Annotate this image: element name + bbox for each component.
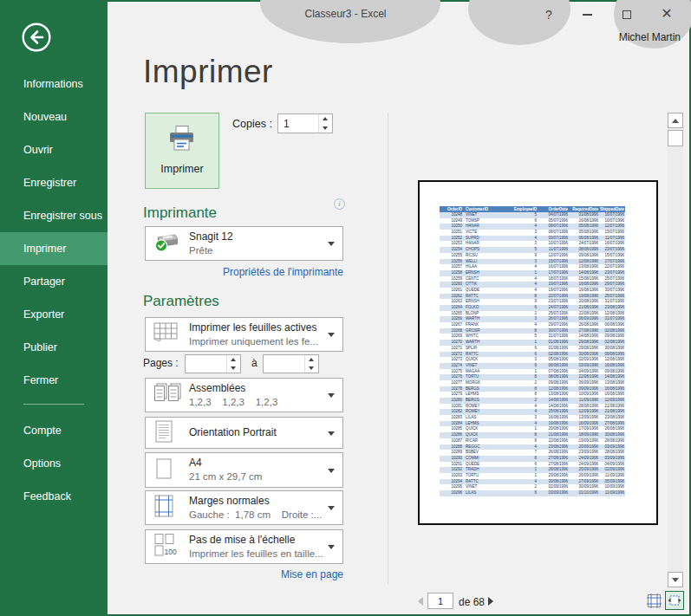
pages-to-input[interactable]: [264, 355, 304, 373]
preview-table-row: 10272RATTC602/08/199630/08/199606/08/199…: [440, 352, 625, 358]
printer-status-icon: [153, 230, 180, 256]
sidebar-divider: [23, 404, 84, 405]
orientation-select[interactable]: Orientation Portrait: [145, 417, 343, 449]
scroll-down-button[interactable]: [668, 572, 683, 587]
sidebar-item-fermer[interactable]: Fermer: [0, 364, 108, 397]
sidebar-item-nouveau[interactable]: Nouveau: [0, 101, 108, 133]
preview-table-row: 10270WARTH101/08/199629/08/199602/08/199…: [440, 340, 625, 346]
pages-from-input[interactable]: [186, 355, 226, 373]
sidebar-item-imprimer[interactable]: Imprimer: [0, 232, 108, 265]
preview-table-row: 10252SUPRD409/07/199606/08/199611/07/199…: [440, 236, 625, 242]
preview-table-row: 10260OTTIK419/07/199616/08/199629/07/199…: [440, 282, 625, 288]
copies-up-button[interactable]: [318, 114, 332, 124]
pages-to-down-button[interactable]: [304, 364, 318, 373]
user-name: Michel Martin: [619, 31, 681, 43]
preview-table-row: 10269WHITC531/07/199614/08/199609/08/199…: [440, 334, 625, 340]
maximize-button[interactable]: [617, 6, 636, 23]
preview-table-row: 10267FRANK429/07/199626/08/199606/08/199…: [440, 322, 625, 328]
minimize-button[interactable]: [577, 6, 596, 23]
sidebar-item-feedback[interactable]: Feedback: [0, 480, 108, 513]
copies-stepper[interactable]: [277, 113, 333, 133]
preview-table-row: 10263ERNSH923/07/199620/08/199631/07/199…: [440, 299, 625, 305]
preview-column-header: CustomerID: [464, 206, 510, 212]
scaling-title: Pas de mise à l'échelle: [189, 534, 295, 546]
preview-table-row: 10277MORGK209/08/199606/09/199613/08/199…: [440, 380, 625, 386]
back-arrow-icon: [21, 22, 52, 53]
page-number-input[interactable]: [427, 593, 453, 609]
collation-select[interactable]: Assemblées 1,2,3 1,2,3 1,2,3: [145, 378, 343, 412]
margins-select[interactable]: Marges normales Gauche : 1,78 cm Droite …: [145, 490, 343, 525]
pages-to-stepper[interactable]: [263, 354, 319, 373]
preview-scrollbar-track[interactable]: [668, 113, 683, 587]
preview-table-row: 10290COMMI827/08/199624/09/199603/09/199…: [440, 456, 625, 462]
chevron-down-icon: [328, 242, 335, 246]
margins-icon: [153, 494, 175, 522]
page-setup-link[interactable]: Mise en page: [143, 568, 343, 580]
paper-size-icon: [153, 457, 175, 484]
sidebar-item-enregistrer[interactable]: Enregistrer: [0, 166, 108, 199]
show-margins-toggle[interactable]: [646, 593, 662, 609]
preview-table-row: 10251VICTE308/07/199605/08/199615/07/199…: [440, 230, 625, 236]
preview-table-row: 10276TORTU808/08/199622/08/199614/08/199…: [440, 374, 625, 380]
close-button[interactable]: ✕: [657, 5, 676, 23]
next-page-button[interactable]: [488, 597, 493, 606]
sidebar-item-enregistrer-sous[interactable]: Enregistrer sous: [0, 199, 108, 232]
pages-to-up-button[interactable]: [304, 355, 318, 364]
page-title: Imprimer: [143, 54, 273, 90]
sidebar-item-informations[interactable]: Informations: [0, 68, 108, 101]
collated-copies-icon: [153, 382, 182, 408]
preview-table-row: 10291QUEDE627/08/199624/09/199604/09/199…: [440, 462, 625, 468]
info-icon[interactable]: i: [334, 198, 345, 210]
arrow-down-icon: [672, 578, 679, 582]
pages-from-up-button[interactable]: [226, 355, 240, 364]
pages-from-stepper[interactable]: [185, 354, 241, 373]
preview-column-header: ShippedDate: [599, 206, 625, 212]
printer-status: Prête: [189, 245, 213, 256]
print-what-select[interactable]: Imprimer les feuilles actives Imprimer u…: [145, 317, 343, 352]
printer-name: Snagit 12: [189, 230, 233, 243]
sidebar-item-partager[interactable]: Partager: [0, 265, 108, 298]
sidebar-item-publier[interactable]: Publier: [0, 331, 108, 364]
sidebar-item-options[interactable]: Options: [0, 447, 108, 480]
chevron-down-icon: [328, 393, 335, 398]
preview-column-header: EmployeeID: [510, 206, 541, 212]
back-button[interactable]: [21, 22, 52, 53]
scrollbar-thumb[interactable]: [668, 130, 683, 146]
copies-down-button[interactable]: [318, 124, 332, 133]
print-button[interactable]: Imprimer: [145, 113, 219, 189]
minimize-icon: [583, 14, 592, 16]
preview-table-row: 10285QUICK120/08/199617/09/199626/08/199…: [440, 426, 625, 432]
preview-table-row: 10292TRADH128/08/199625/09/199602/09/199…: [440, 467, 625, 473]
sidebar-item-compte[interactable]: Compte: [0, 414, 108, 447]
close-icon: ✕: [661, 6, 672, 21]
scaling-select[interactable]: 100 Pas de mise à l'échelle Imprimer les…: [145, 529, 343, 564]
copies-input[interactable]: [278, 114, 318, 133]
preview-table-row: 10274VINET606/08/199603/09/199616/08/199…: [440, 363, 625, 369]
printer-select[interactable]: Snagit 12 Prête: [145, 226, 343, 261]
sidebar-item-exporter[interactable]: Exporter: [0, 298, 108, 331]
scroll-up-button[interactable]: [668, 113, 683, 128]
preview-table-row: 10248VINET504/07/199601/08/199616/07/199…: [440, 212, 625, 218]
copies-label: Copies :: [232, 118, 272, 130]
preview-table-row: 10273QUICK305/08/199602/09/199612/08/199…: [440, 357, 625, 363]
print-button-label: Imprimer: [146, 163, 218, 175]
printer-properties-link[interactable]: Propriétés de l'imprimante: [143, 266, 343, 278]
zoom-to-page-toggle[interactable]: [665, 591, 684, 610]
preview-table-header: OrderIDCustomerIDEmployeeIDOrderDateRequ…: [440, 206, 625, 212]
preview-column-header: OrderDate: [541, 206, 569, 212]
excel-backstage-window: Classeur3 - Excel ? ✕ Michel Martin Info…: [0, 0, 691, 616]
preview-table-row: 10294RATTC430/08/199627/09/199605/09/199…: [440, 479, 625, 485]
preview-table-row: 10264FOLKO624/07/199621/08/199623/08/199…: [440, 305, 625, 311]
help-button[interactable]: ?: [539, 6, 558, 23]
sidebar-item-ouvrir[interactable]: Ouvrir: [0, 133, 108, 166]
previous-page-button[interactable]: [418, 597, 423, 606]
paper-size-select[interactable]: A4 21 cm x 29,7 cm: [145, 452, 343, 488]
copies-stepper-buttons: [318, 114, 332, 133]
pages-from-down-button[interactable]: [226, 364, 240, 373]
preview-table-row: 10271SPLIR601/08/199629/08/199630/08/199…: [440, 346, 625, 352]
preview-table-row: 10261QUEDE419/07/199616/08/199630/07/199…: [440, 288, 625, 294]
chevron-down-icon: [328, 506, 335, 510]
preview-table-row: 10282ROMEY415/08/199612/09/199621/08/199…: [440, 409, 625, 415]
preview-table-row: 10257HILAA416/07/199613/08/199622/07/199…: [440, 264, 625, 270]
chevron-down-icon: [328, 545, 335, 549]
